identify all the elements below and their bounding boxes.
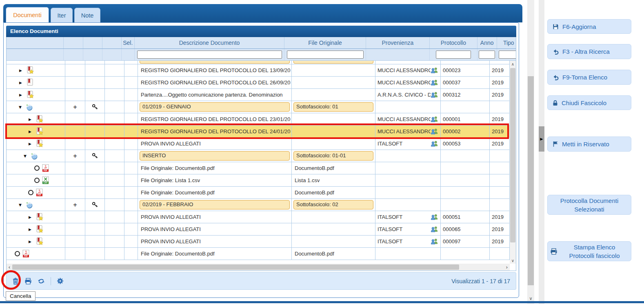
refresh-button[interactable] — [38, 278, 45, 284]
tab-documenti[interactable]: Documenti — [6, 7, 49, 22]
collapse-arrow-icon[interactable]: ▼ — [19, 203, 24, 207]
select-cell[interactable] — [124, 138, 138, 150]
expand-arrow-icon[interactable]: ▶ — [19, 93, 25, 97]
select-cell[interactable] — [124, 162, 138, 174]
delete-button[interactable] — [12, 278, 19, 285]
expand-panel-handle[interactable]: ▶ — [539, 126, 544, 152]
tab-iter[interactable]: Iter — [51, 8, 73, 22]
select-cell[interactable] — [124, 89, 138, 101]
table-row[interactable]: PDF File Originale: DocumentoB.pdf Docum… — [7, 248, 510, 260]
filter-protocollo-input[interactable] — [436, 51, 471, 59]
column-header-file-originale[interactable]: File Originale — [284, 37, 366, 48]
permissions-key-button[interactable] — [92, 202, 98, 208]
add-subfolder-button[interactable]: + — [73, 201, 77, 209]
protocolla-documenti-selezionati-button[interactable]: Protocolla Documenti Selezionati — [547, 195, 631, 215]
add-cell[interactable]: + — [65, 101, 85, 113]
scroll-left-icon[interactable]: ‹ — [7, 264, 12, 271]
metti-in-riservato-button[interactable]: Metti in Riservato — [547, 137, 631, 152]
expand-arrow-icon[interactable]: ▶ — [29, 142, 34, 146]
collapse-arrow-icon[interactable]: ▼ — [19, 105, 24, 109]
table-row[interactable]: ▶ PROVA INVIO ALLEGATI ITALSOFT 000065 2… — [7, 223, 510, 236]
select-cell[interactable] — [124, 211, 138, 223]
select-cell[interactable] — [124, 187, 138, 198]
filter-file-originale-input[interactable] — [287, 51, 364, 59]
select-cell[interactable] — [124, 236, 138, 247]
add-subfolder-button[interactable]: + — [73, 103, 77, 111]
column-header-sel[interactable]: Sel. — [122, 37, 135, 48]
grid-horizontal-scrollbar[interactable]: ‹ › — [7, 264, 510, 271]
f9-torna-elenco-button[interactable]: F9-Torna Elenco — [547, 70, 631, 85]
table-row[interactable]: ▶ REGISTRO GIORNALIERO DEL PROTOCOLLO DE… — [7, 113, 510, 126]
horizontal-scroll-thumb[interactable] — [12, 264, 459, 270]
table-row[interactable]: ▶ REGISTRO GIORNALIERO DEL PROTOCOLLO DE… — [7, 64, 510, 77]
f3-altra-ricerca-button[interactable]: F3 - Altra Ricerca — [547, 44, 631, 59]
select-cell[interactable] — [124, 223, 138, 235]
radio-button[interactable] — [34, 178, 40, 183]
permissions-key-button[interactable] — [92, 104, 98, 110]
vertical-scroll-thumb[interactable] — [510, 68, 515, 242]
expand-arrow-icon[interactable]: ▶ — [19, 68, 25, 73]
select-cell[interactable] — [124, 126, 138, 137]
filter-anno-input[interactable] — [479, 51, 495, 59]
table-row[interactable]: ▶ REGISTRO GIORNALIERO DEL PROTOCOLLO DE… — [7, 126, 510, 138]
print-button[interactable] — [24, 278, 32, 284]
table-row-partial[interactable] — [7, 61, 510, 64]
descrizione-cell-text: REGISTRO GIORNALIERO DEL PROTOCOLLO DEL … — [139, 79, 291, 86]
permissions-key-button[interactable] — [92, 153, 98, 159]
table-row[interactable]: ▶ Partenza....Oggetto comunicazione part… — [7, 89, 510, 101]
select-cell[interactable] — [124, 199, 138, 211]
select-cell[interactable] — [124, 113, 138, 125]
expand-arrow-icon[interactable]: ▶ — [29, 227, 34, 231]
select-cell[interactable] — [124, 174, 138, 186]
key-cell[interactable] — [85, 150, 105, 162]
f6-aggiorna-button[interactable]: F6-Aggiorna — [547, 19, 631, 34]
table-row[interactable]: CSV File Originale: Lista 1.csv Lista 1.… — [7, 174, 510, 187]
page-scroll-thumb[interactable] — [528, 76, 534, 285]
page-scroll-down-icon[interactable]: ∨ — [527, 295, 534, 302]
stampa-elenco-protocolli-button[interactable]: Stampa Elenco Protocolli fascicolo — [547, 241, 631, 261]
column-header-tipo[interactable]: Tipo — [497, 37, 516, 48]
expand-arrow-icon[interactable]: ▶ — [29, 130, 34, 134]
select-cell[interactable] — [124, 101, 138, 113]
table-row[interactable]: ▶ REGISTRO GIORNALIERO DEL PROTOCOLLO DE… — [7, 77, 510, 89]
collapse-arrow-icon[interactable]: ▼ — [24, 154, 29, 158]
add-cell[interactable]: + — [65, 150, 85, 162]
table-row[interactable]: PDF File Originale: DocumentoB.pdf Docum… — [7, 162, 510, 174]
settings-button[interactable] — [57, 278, 64, 284]
expand-arrow-icon[interactable]: ▶ — [29, 117, 34, 121]
radio-button[interactable] — [28, 190, 33, 195]
column-header-anno[interactable]: Anno — [477, 37, 497, 48]
table-row[interactable]: ▼ + INSERTO Sottofascicolo: 01-01 — [7, 150, 510, 162]
page-vertical-scrollbar[interactable]: ∨ — [527, 0, 534, 304]
grid-vertical-scrollbar[interactable]: ∧ ∨ — [510, 61, 516, 264]
table-row[interactable]: ▼ + 01/2019 - GENNAIO Sottofascicolo: 01 — [7, 101, 510, 113]
scroll-up-icon[interactable]: ∧ — [510, 61, 516, 67]
chiudi-fascicolo-button[interactable]: Chiudi Fascicolo — [547, 95, 631, 110]
table-row[interactable]: ▼ + 02/2019 - FEBBRAIO Sottofascicolo: 0… — [7, 199, 510, 211]
radio-button[interactable] — [15, 251, 20, 256]
scroll-down-icon[interactable]: ∨ — [510, 257, 516, 264]
radio-button[interactable] — [34, 165, 40, 171]
table-row[interactable]: ▶ PROVA INVIO ALLEGATI ITALSOFT 000097 2… — [7, 236, 510, 248]
key-cell[interactable] — [85, 199, 105, 211]
expand-arrow-icon[interactable]: ▶ — [29, 240, 34, 244]
column-header-descrizione[interactable]: Descrizione Documento — [135, 37, 284, 48]
table-row[interactable]: ▶ PROVA INVIO ALLEGATI ITALSOFT 000053 2… — [7, 138, 510, 150]
key-cell[interactable] — [85, 101, 105, 113]
tab-note[interactable]: Note — [74, 8, 100, 22]
add-subfolder-button[interactable]: + — [73, 152, 77, 160]
add-cell[interactable]: + — [65, 199, 85, 211]
expand-arrow-icon[interactable]: ▶ — [29, 215, 34, 219]
scroll-right-icon[interactable]: › — [504, 264, 510, 271]
column-header-protocollo[interactable]: Protocollo — [430, 37, 477, 48]
filter-descrizione-input[interactable] — [137, 51, 282, 59]
select-cell[interactable] — [124, 77, 138, 88]
select-cell[interactable] — [124, 150, 138, 162]
column-header-provenienza[interactable]: Provenienza — [366, 37, 430, 48]
select-cell[interactable] — [124, 248, 138, 260]
table-row[interactable]: ▶ PROVA INVIO ALLEGATI ITALSOFT 000051 2… — [7, 211, 510, 223]
table-row[interactable]: PDF File Originale: DocumentoB.pdf Docum… — [7, 187, 510, 199]
expand-arrow-icon[interactable]: ▶ — [19, 81, 25, 85]
select-cell[interactable] — [124, 64, 138, 76]
filter-tipo-input[interactable] — [499, 51, 516, 59]
